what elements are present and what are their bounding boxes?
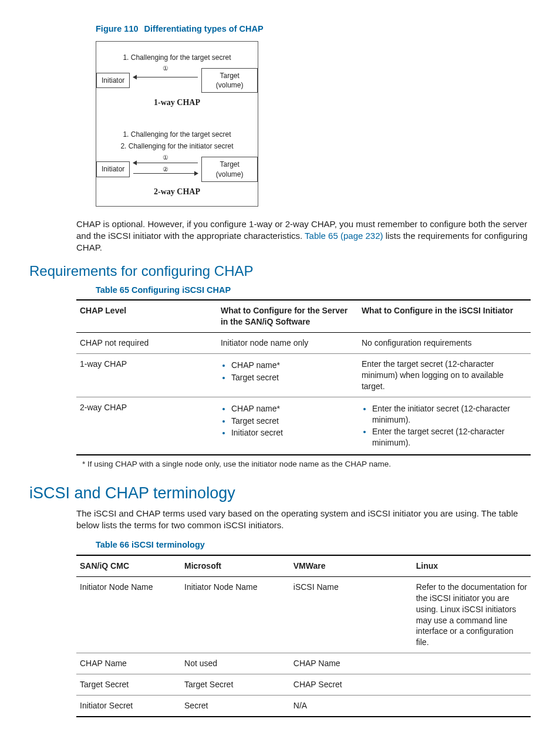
table-65-title: Table 65 Configuring iSCSI CHAP <box>96 285 531 296</box>
twoway-step1: 1. Challenging for the target secret <box>96 130 258 139</box>
twoway-step2: 2. Challenging for the initiator secret <box>96 141 258 151</box>
marker-1-icon: ① <box>163 64 168 73</box>
figure-number: Figure 110 <box>96 24 139 33</box>
cell: No configuration requirements <box>358 333 531 354</box>
cell: Enter the initiator secret (12-character… <box>358 397 531 455</box>
twoway-row: Initiator ① ② Target (volume) <box>96 157 258 181</box>
cell: CHAP name* Target secret Initiator secre… <box>217 397 358 455</box>
cell: Initiator Secret <box>76 696 181 717</box>
table-65-link[interactable]: Table 65 (page 232) <box>305 231 383 241</box>
list-item: Target secret <box>231 372 355 383</box>
cell: Enter the target secret (12-character mi… <box>358 354 531 397</box>
list-item: CHAP name* <box>231 360 355 371</box>
cell: Target Secret <box>76 674 181 696</box>
cell: Initiator Node Name <box>76 576 181 653</box>
section-requirements-heading: Requirements for configuring CHAP <box>29 262 531 281</box>
table-row: CHAP Name Not used CHAP Name <box>76 653 531 674</box>
cell <box>413 653 531 674</box>
table-66: SAN/iQ CMC Microsoft VMWare Linux Initia… <box>76 555 531 717</box>
table-65-footnote: * If using CHAP with a single node only,… <box>82 459 531 470</box>
target-box: Target (volume) <box>201 68 258 93</box>
cell: CHAP Name <box>290 653 413 674</box>
cell: CHAP Secret <box>290 674 413 696</box>
figure-caption: Differentiating types of CHAP <box>144 24 264 33</box>
cell: CHAP name* Target secret <box>217 354 358 397</box>
cell: N/A <box>290 696 413 717</box>
list-item: Enter the target secret (12-character mi… <box>372 426 527 448</box>
cell: Initiator node name only <box>217 333 358 354</box>
col-microsoft: Microsoft <box>181 555 290 576</box>
arrow-oneway: ① <box>133 72 198 89</box>
oneway-step1: 1. Challenging for the target secret <box>96 53 258 62</box>
cell: CHAP Name <box>76 653 181 674</box>
twoway-caption: 2-way CHAP <box>96 187 258 198</box>
col-server-config: What to Configure for the Server in the … <box>217 300 358 332</box>
cell: iSCSI Name <box>290 576 413 653</box>
table-row: Initiator Secret Secret N/A <box>76 696 531 717</box>
col-initiator-config: What to Configure in the iSCSI Initiator <box>358 300 531 332</box>
section-terminology-heading: iSCSI and CHAP terminology <box>29 482 531 504</box>
table-row: 2-way CHAP CHAP name* Target secret Init… <box>76 397 531 455</box>
initiator-box: Initiator <box>96 73 130 88</box>
chap-diagram: 1. Challenging for the target secret Ini… <box>96 41 258 207</box>
terminology-paragraph: The iSCSI and CHAP terms used vary based… <box>76 508 531 532</box>
list-item: CHAP name* <box>231 403 355 414</box>
cell <box>413 696 531 717</box>
intro-paragraph: CHAP is optional. However, if you config… <box>76 218 531 254</box>
col-saniq: SAN/iQ CMC <box>76 555 181 576</box>
initiator-box-2: Initiator <box>96 161 130 177</box>
cell: Secret <box>181 696 290 717</box>
col-chap-level: CHAP Level <box>76 300 217 332</box>
table-row: Initiator Node Name Initiator Node Name … <box>76 576 531 653</box>
cell: Refer to the documentation for the iSCSI… <box>413 576 531 653</box>
table-66-title: Table 66 iSCSI terminology <box>96 539 531 551</box>
target-box-2: Target (volume) <box>201 157 258 181</box>
table-row: CHAP not required Initiator node name on… <box>76 333 531 354</box>
arrow-twoway: ① ② <box>133 161 198 178</box>
col-vmware: VMWare <box>290 555 413 576</box>
table-header-row: CHAP Level What to Configure for the Ser… <box>76 300 531 332</box>
cell: Target Secret <box>181 674 290 696</box>
cell: Initiator Node Name <box>181 576 290 653</box>
table-65: CHAP Level What to Configure for the Ser… <box>76 299 531 455</box>
oneway-caption: 1-way CHAP <box>96 97 258 109</box>
list-item: Initiator secret <box>231 427 355 438</box>
cell: Not used <box>181 653 290 674</box>
cell: 2-way CHAP <box>76 397 217 455</box>
oneway-row: Initiator ① Target (volume) <box>96 68 258 93</box>
cell <box>413 674 531 696</box>
marker-2-icon: ② <box>163 165 168 174</box>
col-linux: Linux <box>413 555 531 576</box>
table-row: 1-way CHAP CHAP name* Target secret Ente… <box>76 354 531 397</box>
cell: 1-way CHAP <box>76 354 217 397</box>
figure-title: Figure 110 Differentiating types of CHAP <box>96 23 531 35</box>
list-item: Enter the initiator secret (12-character… <box>372 403 527 426</box>
cell: CHAP not required <box>76 333 217 354</box>
table-header-row: SAN/iQ CMC Microsoft VMWare Linux <box>76 555 531 576</box>
table-row: Target Secret Target Secret CHAP Secret <box>76 674 531 696</box>
marker-1-icon: ① <box>163 153 168 162</box>
list-item: Target secret <box>231 416 355 427</box>
